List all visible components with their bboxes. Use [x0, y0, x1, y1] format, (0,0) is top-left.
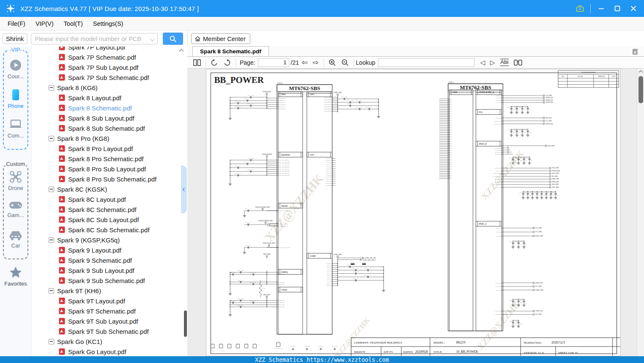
svg-text:C1061: C1061	[518, 107, 521, 108]
svg-text:SH1001: SH1001	[211, 343, 215, 344]
tree-file-row[interactable]: Spark 8 Pro Sub Layout.pdf	[32, 164, 187, 174]
svg-text:AVDD & HD_A: AVDD & HD_A	[479, 91, 494, 94]
collapse-toggle-icon[interactable]	[49, 187, 54, 192]
tree-file-row[interactable]: Spark 8C Schematic.pdf	[32, 204, 187, 214]
collapse-toggle-icon[interactable]	[49, 85, 54, 91]
svg-text:22uF: 22uF	[252, 158, 255, 159]
tree-file-row[interactable]: Spark 9 Sub Schematic.pdf	[32, 275, 187, 286]
rotate-left-icon[interactable]	[208, 57, 221, 68]
two-page-view-icon[interactable]	[191, 57, 203, 68]
tree-file-row[interactable]: Spark 8 Pro Sub Schematic.pdf	[32, 174, 187, 184]
sidebar-item-course[interactable]: Cour...	[0, 58, 31, 80]
collapse-toggle-icon[interactable]	[49, 339, 54, 344]
sidebar-item-phone[interactable]: Phone	[0, 88, 31, 109]
sidebar-item-favorites[interactable]: Favorites	[0, 266, 31, 287]
svg-text:C1073: C1073	[529, 192, 532, 193]
tree-folder-row[interactable]: Spark Go (KC1)	[32, 336, 187, 346]
shrink-button[interactable]: Shrink	[3, 33, 27, 44]
zoom-in-icon[interactable]	[326, 57, 339, 68]
maximize-button[interactable]	[611, 3, 624, 14]
tree-file-row[interactable]: Spark Go Layout.pdf	[32, 346, 187, 356]
svg-text:C1007: C1007	[244, 162, 247, 163]
prev-page-icon[interactable]: ⇦	[299, 59, 310, 66]
tree-file-row[interactable]: Spark 8 Pro Layout.pdf	[32, 143, 187, 154]
svg-text:VERSION: V1.0: VERSION: V1.0	[523, 351, 544, 355]
tree-file-row[interactable]: Spark 7P Layout.pdf	[32, 47, 187, 52]
tree-file-row[interactable]: Spark 8 Sub Schematic.pdf	[32, 123, 187, 133]
tree-file-row[interactable]: Spark 8C Sub Layout.pdf	[32, 214, 187, 225]
menu-vip[interactable]: VIP(V)	[30, 17, 59, 30]
menu-settings[interactable]: Settings(S)	[88, 17, 129, 30]
tree-file-row[interactable]: Spark 8 Pro Schematic.pdf	[32, 154, 187, 164]
svg-text:DVDD_VDD_MODEM: DVDD_VDD_MODEM	[277, 159, 290, 161]
minimize-button[interactable]	[595, 3, 608, 14]
svg-text:SH1005: SH1005	[244, 343, 248, 344]
zoom-out-icon[interactable]	[339, 57, 351, 68]
lookup-input[interactable]	[378, 58, 474, 67]
menu-tool[interactable]: Tool(T)	[59, 17, 88, 30]
svg-text:EMI_VDD1: EMI_VDD1	[545, 117, 552, 119]
svg-text:100nF: 100nF	[520, 160, 523, 161]
titlebar-separator	[590, 4, 591, 13]
tree-file-row[interactable]: Spark 9 Schematic.pdf	[32, 255, 187, 265]
search-input[interactable]	[35, 36, 147, 42]
document-scrollbar-thumb[interactable]	[639, 76, 643, 103]
member-center-button[interactable]: Member Center	[191, 33, 250, 44]
svg-text:DVDD_DSYS: DVDD_DSYS	[326, 174, 333, 176]
chevron-down-icon[interactable]	[150, 37, 154, 41]
tree-folder-row[interactable]: Spark 8 (KG6)	[32, 82, 187, 93]
collapse-toggle-icon[interactable]	[49, 136, 54, 141]
search-button[interactable]	[163, 33, 183, 45]
tree-file-row[interactable]: Spark 8C Sub Schematic.pdf	[32, 225, 187, 235]
sidebar-item-drone[interactable]: Drone	[0, 170, 31, 191]
close-button[interactable]	[627, 3, 640, 14]
match-case-icon[interactable]: Abi	[500, 59, 509, 66]
panel-collapse-handle[interactable]	[181, 166, 186, 213]
find-prev-icon[interactable]: ◁	[478, 59, 488, 66]
next-page-icon[interactable]: ⇨	[310, 59, 321, 66]
svg-text:C1058: C1058	[341, 96, 344, 98]
collapse-toggle-icon[interactable]	[49, 237, 54, 243]
svg-text:SH1003: SH1003	[227, 343, 231, 344]
menu-file[interactable]: File(F)	[3, 17, 30, 30]
collapse-toggle-icon[interactable]	[49, 288, 54, 294]
document-area[interactable]: BB_POWERXZZ@XZZHKXZZ@XZZHKXZZ@XZZHKXZZ@X…	[187, 69, 644, 356]
tree-file-row[interactable]: Spark 9T Sub Schematic.pdf	[32, 326, 187, 336]
tree-file-row[interactable]: Spark 8C Layout.pdf	[32, 194, 187, 204]
rotate-right-icon[interactable]	[221, 57, 233, 68]
page-number-input[interactable]	[258, 58, 289, 67]
find-next-icon[interactable]: ▷	[488, 59, 498, 66]
tree-scrollbar-thumb[interactable]	[184, 311, 187, 337]
tree-folder-row[interactable]: Spark 8C (KGSK)	[32, 184, 187, 194]
license-briefcase-icon[interactable]	[573, 3, 586, 14]
binoculars-icon[interactable]	[511, 57, 525, 68]
tree-file-row[interactable]: Spark 7P Sub Schematic.pdf	[32, 72, 187, 82]
tree-file-row[interactable]: Spark 9 Sub Layout.pdf	[32, 265, 187, 275]
svg-text:DVDD_CORE: DVDD_CORE	[334, 92, 342, 94]
svg-text:1uF: 1uF	[520, 244, 521, 245]
tree-file-row[interactable]: Spark 9T Schematic.pdf	[32, 306, 187, 316]
sidebar-item-games[interactable]: Gam...	[0, 200, 31, 218]
tree-file-row[interactable]: Spark 9 Layout.pdf	[32, 245, 187, 255]
tree-scroll-up-icon[interactable]	[179, 49, 184, 52]
close-document-icon[interactable]	[632, 48, 639, 55]
tree-file-row[interactable]: Spark 9T Layout.pdf	[32, 296, 187, 306]
document-scrollbar[interactable]	[637, 69, 644, 356]
tree-file-row[interactable]: Spark 7P Schematic.pdf	[32, 52, 187, 62]
tab-spark8-schematic[interactable]: Spark 8 Schematic.pdf	[192, 46, 269, 56]
sidebar-item-computer[interactable]: Com...	[0, 118, 31, 139]
tree-file-row[interactable]: Spark 8 Schematic.pdf	[32, 103, 187, 113]
tree-folder-row[interactable]: Spark 9T (KH6)	[32, 286, 187, 296]
tree-folder-row[interactable]: Spark 8 Pro (KG8)	[32, 133, 187, 143]
doc-scroll-up-icon[interactable]	[639, 70, 643, 73]
tree-file-row[interactable]: Spark 8 Sub Layout.pdf	[32, 113, 187, 123]
tree-file-row[interactable]: Spark 9T Sub Layout.pdf	[32, 316, 187, 326]
svg-text:ECO NO.: ECO NO.	[578, 76, 584, 77]
tree-file-row[interactable]: Spark 7P Sub Layout.pdf	[32, 62, 187, 72]
tree-folder-row[interactable]: Spark 9 (KGSP,KG5q)	[32, 235, 187, 245]
pdf-file-icon	[59, 94, 65, 101]
tree-file-row[interactable]: Spark 8 Layout.pdf	[32, 93, 187, 103]
sidebar-item-car[interactable]: Car	[0, 229, 31, 249]
page-label: Page:	[240, 59, 255, 66]
svg-text:1uF: 1uF	[239, 101, 241, 102]
